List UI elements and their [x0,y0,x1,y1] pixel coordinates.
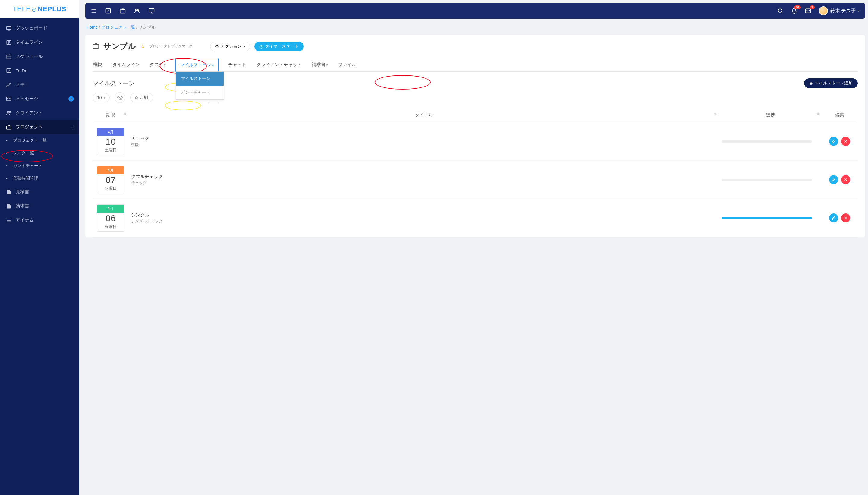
sub-nav: プロジェクト一覧 タスク一覧 ガントチャート 業務時間管理 [0,134,79,185]
pagesize-select[interactable]: 10 ▾ [92,93,110,102]
dropdown-milestone[interactable]: マイルストーン [176,72,224,86]
svg-rect-7 [7,126,11,129]
check-square-icon[interactable] [105,8,111,14]
logo-glyph: ☺ [31,6,38,14]
timeline-icon [6,40,12,45]
users-icon[interactable] [134,8,140,14]
tab-label: タイムライン [112,62,140,67]
date-card: 4月10土曜日 [97,128,124,155]
nav-memo[interactable]: メモ [0,78,79,92]
tab-task[interactable]: タスク [149,58,167,71]
section-head: マイルストーン ⊕ マイルストーン追加 [92,72,434,92]
project-title: サンプル [103,41,136,52]
action-button[interactable]: ⚙ アクション ▾ [210,41,250,51]
logo-text-1: TELE [13,5,31,13]
sub-label: 業務時間管理 [13,176,38,181]
nav-item[interactable]: アイテム [0,213,79,227]
tab-overview[interactable]: 概観 [92,58,103,71]
gears-icon: ⚙ [215,44,219,49]
breadcrumb-home[interactable]: Home [87,25,98,30]
tab-label: ファイル [338,62,356,67]
sub-project-list[interactable]: プロジェクト一覧 [0,134,79,147]
date-day: 10 [97,136,124,148]
nav-label: スケジュール [16,54,43,59]
table-row: 4月10土曜日チェック機能 [92,122,434,161]
nav-label: クライアント [16,110,43,116]
breadcrumb-current: サンプル [139,25,156,30]
row-title[interactable]: ダブルチェック [131,174,434,180]
users-icon [6,110,12,116]
pagesize-value: 10 [97,95,102,100]
sub-task-list[interactable]: タスク一覧 [0,147,79,159]
col-title[interactable]: タイトル [415,112,433,117]
nav-label: アイテム [16,217,34,223]
menu-icon[interactable] [91,8,97,14]
pencil-icon [6,82,12,87]
nav-label: プロジェクト [16,124,43,130]
svg-point-5 [7,111,9,113]
svg-point-10 [135,9,137,11]
svg-rect-0 [7,26,11,30]
nav-project[interactable]: プロジェクト ⌄ [0,120,79,134]
timer-button[interactable]: ◷ タイマースタート [254,41,304,51]
nav-schedule[interactable]: スケジュール [0,49,79,64]
tab-invoice[interactable]: 請求書 [311,58,329,71]
visibility-toggle[interactable] [115,92,125,103]
dropdown-gantt[interactable]: ガントチャート [176,86,224,100]
star-icon[interactable]: ☆ [140,43,145,50]
col-due[interactable]: 期限 [106,112,115,117]
sub-gantt[interactable]: ガントチャート [0,159,79,172]
tabs: 概観 タイムライン タスク マイルストーン マイルストーン ガントチャート チャ… [92,58,434,72]
date-month: 4月 [97,128,124,136]
tab-chat[interactable]: チャット [228,58,247,71]
row-title[interactable]: シングル [131,212,434,218]
sidebar: TELE☺NEPLUS ダッシュボード タイムライン スケジュール To Do … [0,0,79,248]
briefcase-icon[interactable] [120,8,126,14]
print-button[interactable]: ⎙ 印刷 [130,93,153,102]
nav-quote[interactable]: 見積書 [0,185,79,199]
nav-label: タイムライン [16,39,43,45]
tab-label: マイルストーン [180,62,212,67]
date-day: 07 [97,174,124,186]
caret-down-icon [163,62,166,67]
table-row: 4月06火曜日シングルシングルチェック [92,199,434,237]
tab-clientchat[interactable]: クライアントチャット [256,58,302,71]
tab-milestone[interactable]: マイルストーン マイルストーン ガントチャート [175,58,219,72]
row-sub: 機能 [131,142,434,148]
nav-label: メッセージ [16,96,38,102]
clock-icon: ◷ [260,44,263,49]
file-text-icon [6,204,12,209]
tab-file[interactable]: ファイル [337,58,357,71]
date-month: 4月 [97,166,124,174]
nav-timeline[interactable]: タイムライン [0,35,79,49]
tab-timeline[interactable]: タイムライン [112,58,140,71]
sub-worktime[interactable]: 業務時間管理 [0,172,79,185]
nav-todo[interactable]: To Do [0,64,79,78]
chevron-down-icon: ⌄ [71,125,74,129]
svg-rect-2 [7,55,11,59]
nav-message[interactable]: メッセージ 1 [0,92,79,106]
logo[interactable]: TELE☺NEPLUS [0,0,79,18]
svg-rect-9 [120,10,125,13]
svg-rect-8 [106,9,110,13]
bookmark-label: プロジェクトブックマーク [149,44,193,49]
row-title[interactable]: チェック [131,136,434,141]
nav-dashboard[interactable]: ダッシュボード [0,21,79,35]
breadcrumb-list[interactable]: プロジェクト一覧 [101,25,135,30]
monitor-icon[interactable] [149,8,155,14]
date-card: 4月06火曜日 [97,204,124,232]
svg-rect-15 [93,44,99,48]
nav-label: 請求書 [16,203,29,209]
list-icon [6,218,12,223]
nav-client[interactable]: クライアント [0,106,79,120]
row-sub: チェック [131,180,434,186]
nav-invoice[interactable]: 請求書 [0,199,79,213]
file-icon [6,189,12,195]
toolbar: 10 ▾ ⎙ 印刷 [92,92,434,108]
table-row: 4月07水曜日ダブルチェックチェック [92,161,434,199]
nav-label: メモ [16,82,25,87]
caret-down-icon: ▾ [104,96,105,100]
sort-icon[interactable]: ⇅ [124,112,126,116]
tab-label: クライアントチャット [257,62,302,67]
nav: ダッシュボード タイムライン スケジュール To Do メモ メッセージ 1 ク… [0,18,79,227]
